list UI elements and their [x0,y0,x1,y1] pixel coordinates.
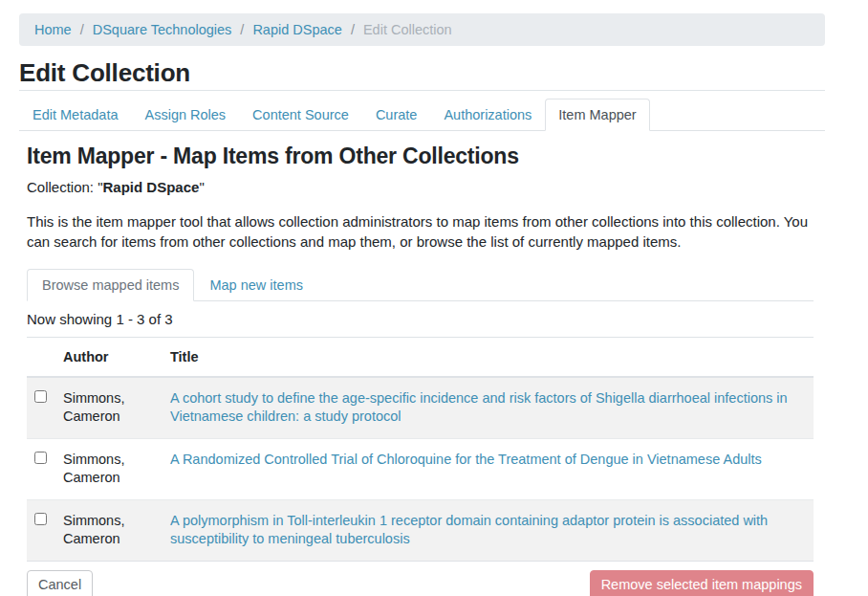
row-checkbox[interactable] [34,513,47,525]
tab-content-source[interactable]: Content Source [239,99,362,131]
item-title-link[interactable]: A cohort study to define the age-specifi… [170,390,788,425]
author-column-header: Author [55,337,163,377]
breadcrumb-divider: / [80,22,84,37]
breadcrumb-community-link[interactable]: DSquare Technologies [93,22,232,37]
breadcrumb-home-link[interactable]: Home [34,22,72,37]
tab-authorizations[interactable]: Authorizations [430,99,545,131]
results-count: Now showing 1 - 3 of 3 [27,301,814,337]
mapped-items-table: Author Title Simmons, Cameron A cohort s… [27,337,814,562]
table-row: Simmons, Cameron A polymorphism in Toll-… [27,499,814,561]
author-cell: Simmons, Cameron [55,499,163,561]
collection-label: Collection: " [27,179,103,195]
table-row: Simmons, Cameron A cohort study to defin… [27,377,814,439]
collection-name-line: Collection: "Rapid DSpace" [27,179,814,195]
item-title-link[interactable]: A Randomized Controlled Trial of Chloroq… [170,452,762,467]
breadcrumb-collection-link[interactable]: Rapid DSpace [252,22,342,37]
breadcrumb-current-page: Edit Collection [363,22,452,37]
page-title: Edit Collection [19,59,825,91]
tab-curate[interactable]: Curate [362,99,431,131]
item-mapper-pane: Item Mapper - Map Items from Other Colle… [19,143,825,596]
breadcrumb: Home / DSquare Technologies / Rapid DSpa… [19,13,825,46]
subtab-map-new-items[interactable]: Map new items [194,269,318,301]
author-cell: Simmons, Cameron [55,438,163,499]
tab-edit-metadata[interactable]: Edit Metadata [19,99,131,131]
collection-name: Rapid DSpace [103,179,200,195]
breadcrumb-divider: / [351,22,355,37]
page-container: Home / DSquare Technologies / Rapid DSpa… [19,13,825,596]
cancel-button[interactable]: Cancel [27,570,93,596]
remove-selected-mappings-button[interactable]: Remove selected item mappings [590,570,814,596]
table-row: Simmons, Cameron A Randomized Controlled… [27,438,814,499]
actions-row: Cancel Remove selected item mappings [27,570,814,596]
tab-assign-roles[interactable]: Assign Roles [131,99,239,131]
item-mapper-description: This is the item mapper tool that allows… [27,211,814,253]
tab-item-mapper[interactable]: Item Mapper [545,99,649,131]
title-column-header: Title [163,337,814,377]
item-title-link[interactable]: A polymorphism in Toll-interleukin 1 rec… [170,513,768,547]
row-checkbox[interactable] [34,452,47,464]
subtab-browse-mapped-items[interactable]: Browse mapped items [27,269,194,301]
select-column-header [27,337,55,377]
row-checkbox[interactable] [34,390,47,403]
table-header-row: Author Title [27,337,814,377]
edit-collection-tabs: Edit Metadata Assign Roles Content Sourc… [19,99,825,131]
item-mapper-heading: Item Mapper - Map Items from Other Colle… [27,143,814,169]
author-cell: Simmons, Cameron [55,377,163,439]
mapper-subtabs: Browse mapped items Map new items [27,269,814,301]
collection-label-suffix: " [199,179,204,195]
breadcrumb-divider: / [240,22,244,37]
